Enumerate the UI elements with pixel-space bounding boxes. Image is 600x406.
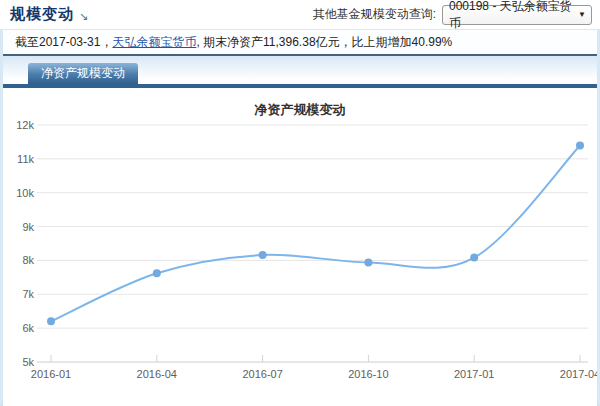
fund-name-link[interactable]: 天弘余额宝货币 [112, 35, 196, 49]
summary-bar: 截至2017-03-31，天弘余额宝货币, 期末净资产11,396.38亿元，比… [3, 30, 597, 56]
svg-text:7k: 7k [22, 288, 34, 300]
svg-text:2016-01: 2016-01 [31, 368, 71, 380]
tab-net-asset-change[interactable]: 净资产规模变动 [28, 63, 138, 84]
summary-detail-text: , 期末净资产11,396.38亿元，比上期增加40.99% [196, 35, 452, 49]
data-point [153, 269, 161, 277]
chart-title: 净资产规模变动 [3, 88, 597, 119]
data-point [470, 254, 478, 262]
page-title-group: 规模变动 ↘ [10, 5, 88, 24]
svg-text:2016-07: 2016-07 [242, 368, 282, 380]
summary-asof-text: 截至2017-03-31， [15, 35, 112, 49]
data-point [259, 251, 267, 259]
data-point [364, 258, 372, 266]
fund-query-group: 其他基金规模变动查询: 000198 - 天弘余额宝货币 ▼ [313, 5, 592, 25]
svg-text:8k: 8k [22, 254, 34, 266]
svg-text:2016-10: 2016-10 [348, 368, 388, 380]
svg-text:2016-04: 2016-04 [137, 368, 177, 380]
page-header: 规模变动 ↘ 其他基金规模变动查询: 000198 - 天弘余额宝货币 ▼ [0, 0, 600, 29]
svg-text:6k: 6k [22, 322, 34, 334]
chart-plot-area: 5k6k7k8k9k10k11k12k2016-012016-042016-07… [3, 121, 597, 401]
svg-text:10k: 10k [16, 187, 34, 199]
net-asset-chart: 净资产规模变动 5k6k7k8k9k10k11k12k2016-012016-0… [3, 88, 597, 406]
data-point [576, 141, 584, 149]
section-link-icon[interactable]: ↘ [79, 11, 88, 24]
svg-text:5k: 5k [22, 356, 34, 368]
svg-text:12k: 12k [16, 121, 34, 131]
fund-select-value: 000198 - 天弘余额宝货币 [449, 0, 578, 32]
fund-select[interactable]: 000198 - 天弘余额宝货币 ▼ [442, 5, 592, 25]
chart-svg: 5k6k7k8k9k10k11k12k2016-012016-042016-07… [3, 121, 597, 397]
fund-query-label: 其他基金规模变动查询: [313, 6, 436, 23]
page-title: 规模变动 [10, 5, 74, 24]
svg-text:9k: 9k [22, 221, 34, 233]
svg-text:2017-01: 2017-01 [454, 368, 494, 380]
data-point [47, 317, 55, 325]
svg-text:11k: 11k [17, 153, 34, 165]
tab-strip: 净资产规模变动 [3, 56, 597, 88]
svg-text:2017-04: 2017-04 [560, 368, 597, 380]
content-frame: 截至2017-03-31，天弘余额宝货币, 期末净资产11,396.38亿元，比… [0, 29, 600, 406]
chevron-down-icon: ▼ [578, 10, 586, 19]
